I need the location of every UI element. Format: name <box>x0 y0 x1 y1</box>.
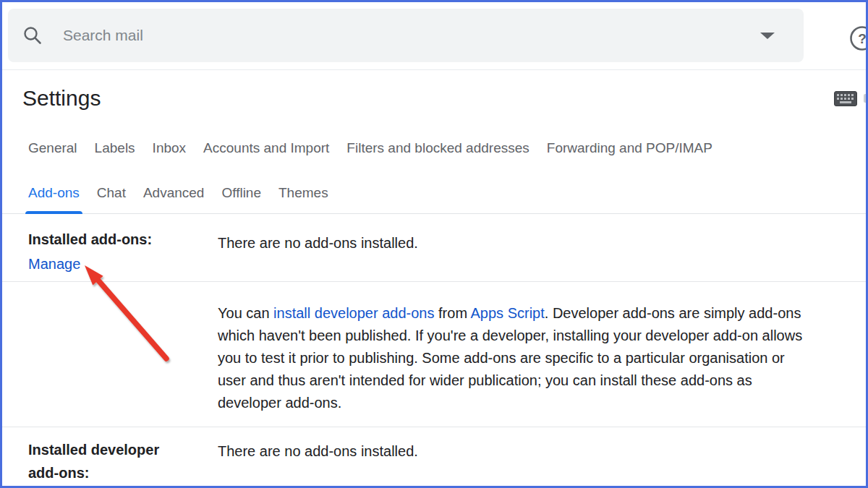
installed-developer-addons-row: Installed developer add-ons: There are n… <box>2 427 866 484</box>
installed-addons-label-cell: Installed add-ons: Manage <box>28 230 218 274</box>
paragraph-text: from <box>434 305 470 321</box>
paragraph-text: you to test it prior to publishing. Some… <box>218 350 785 366</box>
paragraph-line: You can install developer add-ons from A… <box>218 302 866 325</box>
settings-header: Settings <box>2 70 866 111</box>
tab-forwarding-and-pop-imap[interactable]: Forwarding and POP/IMAP <box>547 138 712 158</box>
tab-labels[interactable]: Labels <box>95 138 135 158</box>
apps-script-link[interactable]: Apps Script <box>471 305 545 321</box>
installed-developer-addons-label-cell: Installed developer add-ons: <box>28 438 218 484</box>
paragraph-text: You can <box>218 305 273 321</box>
tab-inbox[interactable]: Inbox <box>153 138 186 158</box>
gmail-settings-page: { "colors": { "page_border": "#4a6ede", … <box>0 0 868 488</box>
svg-text:?: ? <box>858 31 867 46</box>
search-bar[interactable] <box>8 9 804 62</box>
search-input[interactable] <box>63 27 760 44</box>
tab-advanced[interactable]: Advanced <box>143 183 205 202</box>
installed-developer-addons-status-cell: There are no add-ons installed. <box>218 438 866 484</box>
tab-row-1: General Labels Inbox Accounts and Import… <box>28 138 866 158</box>
installed-developer-addons-status: There are no add-ons installed. <box>218 438 866 461</box>
keyboard-icon[interactable] <box>834 91 857 106</box>
help-icon[interactable]: ? <box>848 25 868 52</box>
paragraph-text: user and thus aren't intended for wider … <box>218 372 752 388</box>
search-header: ? <box>2 2 866 70</box>
paragraph-text: . Developer add-ons are simply add-ons <box>545 305 801 321</box>
settings-tabs: General Labels Inbox Accounts and Import… <box>2 138 866 214</box>
paragraph-text: developer add-ons. <box>218 395 341 411</box>
developer-info-paragraph: You can install developer add-ons from A… <box>218 302 866 414</box>
cropped-icon-sliver <box>864 94 867 103</box>
tab-general[interactable]: General <box>28 138 77 158</box>
search-options-arrow-icon[interactable] <box>760 33 775 39</box>
tab-accounts-and-import[interactable]: Accounts and Import <box>203 138 329 158</box>
paragraph-line: which haven't been published. If you're … <box>218 325 866 347</box>
tab-add-ons[interactable]: Add-ons <box>28 183 80 202</box>
tab-themes[interactable]: Themes <box>278 183 328 202</box>
developer-addons-info-row: You can install developer add-ons from A… <box>2 282 866 427</box>
paragraph-line: user and thus aren't intended for wider … <box>218 369 866 392</box>
paragraph-line: developer add-ons. <box>218 392 866 414</box>
tab-row-2: Add-ons Chat Advanced Offline Themes <box>28 183 866 202</box>
addons-settings-content: Installed add-ons: Manage There are no a… <box>2 214 866 484</box>
tab-chat[interactable]: Chat <box>97 183 126 202</box>
installed-addons-status: There are no add-ons installed. <box>218 230 866 253</box>
installed-addons-label: Installed add-ons: <box>28 230 152 249</box>
install-developer-add-ons-link[interactable]: install developer add-ons <box>273 305 434 321</box>
page-title: Settings <box>22 86 866 111</box>
search-icon <box>22 25 43 46</box>
manage-link[interactable]: Manage <box>28 254 80 274</box>
paragraph-line: you to test it prior to publishing. Some… <box>218 347 866 369</box>
installed-addons-status-cell: There are no add-ons installed. <box>218 230 866 274</box>
installed-developer-addons-label: Installed developer add-ons: <box>28 438 182 484</box>
installed-addons-row: Installed add-ons: Manage There are no a… <box>2 214 866 282</box>
paragraph-text: which haven't been published. If you're … <box>218 328 802 343</box>
tab-offline[interactable]: Offline <box>221 183 261 202</box>
developer-info-label-cell <box>28 302 218 414</box>
tab-filters-and-blocked-addresses[interactable]: Filters and blocked addresses <box>346 138 529 158</box>
